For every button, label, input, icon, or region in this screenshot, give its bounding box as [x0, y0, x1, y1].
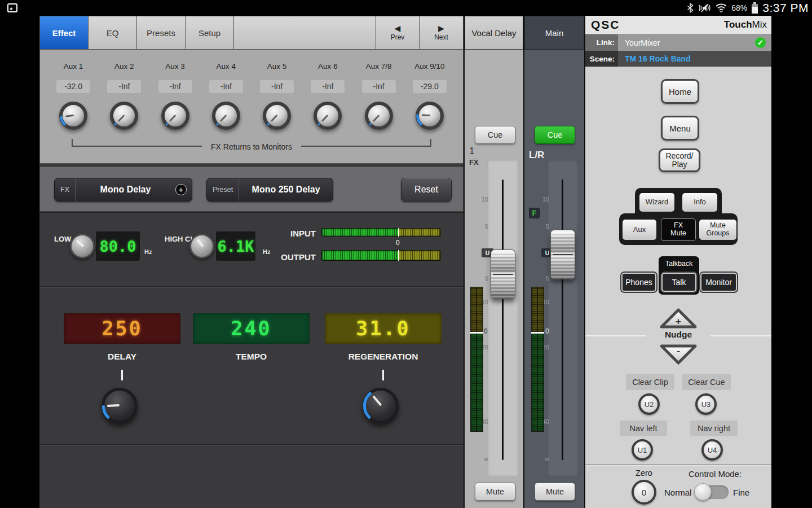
aux-sends-panel: Aux 1 -32.0 Aux 2 -Inf Aux 3 -Inf [39, 50, 464, 164]
zero-button[interactable]: 0 [632, 480, 656, 505]
user-button-u4[interactable]: U4 [701, 439, 723, 461]
fader-flag-badge: F [529, 208, 540, 218]
aux-send-knob[interactable] [416, 102, 444, 130]
high-cut-display: 6.1K [216, 231, 255, 261]
aux-label: Aux 1 [48, 62, 99, 71]
tab-bar-spacer [234, 16, 376, 49]
reset-button[interactable]: Reset [401, 178, 452, 202]
user-button-u2[interactable]: U2 [638, 393, 660, 415]
scene-value[interactable]: TM 16 Rock Band [625, 54, 691, 63]
prev-arrow-icon: ◀ [395, 24, 401, 32]
tab-presets[interactable]: Presets [137, 16, 186, 49]
fx-mute-button[interactable]: Mute [475, 483, 515, 501]
fx-level-meter [470, 287, 483, 432]
aux-send-knob[interactable] [161, 102, 189, 130]
android-status-bar: 68% 3:37 PM [0, 0, 812, 16]
aux-send-knob[interactable] [365, 102, 393, 130]
input-meter [321, 228, 441, 237]
tab-eq[interactable]: EQ [89, 16, 137, 49]
talk-button[interactable]: Talk [661, 273, 696, 292]
prev-button[interactable]: ◀ Prev [376, 16, 420, 49]
aux-send-knob[interactable] [59, 102, 87, 130]
aux-send-knob[interactable] [110, 102, 138, 130]
nudge-label: Nudge [585, 330, 771, 340]
tempo-display: 240 [193, 313, 310, 344]
aux-value[interactable]: -Inf [311, 80, 345, 93]
control-panel: QSC TouchMix Link: YourMixer ✓ Scene: TM… [585, 16, 771, 508]
aux-value[interactable]: -Inf [209, 80, 243, 93]
aux-value[interactable]: -Inf [362, 80, 396, 93]
aux-button[interactable]: Aux [623, 220, 656, 240]
tab-setup[interactable]: Setup [186, 16, 234, 49]
regeneration-knob[interactable] [363, 388, 399, 424]
output-meter-label: OUTPUT [276, 252, 316, 262]
user-button-u1[interactable]: U1 [632, 439, 653, 461]
nav-right-button[interactable]: Nav right [690, 421, 738, 436]
delay-knob[interactable] [102, 388, 138, 424]
scale-mark: 5 [536, 223, 549, 230]
home-button[interactable]: Home [661, 79, 699, 104]
regeneration-display: 31.0 [325, 313, 442, 344]
bluetooth-icon [687, 3, 694, 13]
phones-button[interactable]: Phones [621, 273, 656, 292]
tab-effect[interactable]: Effect [40, 16, 89, 49]
touchmix-app: 68% 3:37 PM Effect EQ Presets Setup ◀ Pr… [0, 0, 812, 508]
nudge-down-button[interactable]: - [659, 343, 698, 366]
effect-panel: Effect EQ Presets Setup ◀ Prev ▶ Next Au… [39, 16, 464, 508]
next-button[interactable]: ▶ Next [420, 16, 463, 49]
scale-mark: 10 [475, 196, 488, 203]
wifi-icon [715, 3, 727, 13]
clear-clip-button[interactable]: Clear Clip [626, 374, 674, 390]
low-cut-knob[interactable] [70, 234, 95, 259]
aux-value[interactable]: -29.0 [413, 80, 447, 93]
main-mute-button[interactable]: Mute [535, 483, 575, 501]
brand-bar: QSC TouchMix [585, 16, 771, 34]
mute-groups-button[interactable]: MuteGroups [699, 220, 736, 240]
link-ok-icon: ✓ [755, 37, 766, 48]
high-cut-knob[interactable] [189, 234, 214, 259]
clear-cue-button[interactable]: Clear Cue [682, 374, 731, 390]
fx-strip-header[interactable]: Vocal Delay [465, 16, 523, 50]
regeneration-label: REGENERATION [325, 352, 442, 362]
fx-return-strip: Vocal Delay Cue 1 FX 10 5 U 5 10 20 40 ∞… [464, 16, 524, 508]
aux-value[interactable]: -Inf [107, 80, 141, 93]
fx-add-icon[interactable]: + [175, 184, 187, 195]
aux-value[interactable]: -Inf [158, 80, 192, 93]
aux-send-knob[interactable] [314, 102, 342, 130]
divider [39, 444, 464, 445]
aux-label: Aux 9/10 [404, 62, 455, 71]
meter-zero-label: 0 [545, 327, 549, 335]
main-cue-button[interactable]: Cue [535, 126, 575, 144]
fx-type-combo[interactable]: FX Mono Delay + [54, 178, 192, 202]
nudge-up-button[interactable]: + [659, 307, 698, 330]
fx-mute-button-panel[interactable]: FXMute [661, 218, 696, 241]
nav-left-button[interactable]: Nav left [620, 421, 667, 436]
divider [39, 286, 464, 287]
monitor-button[interactable]: Monitor [700, 273, 737, 292]
fx-cue-button[interactable]: Cue [475, 126, 515, 144]
control-mode-toggle[interactable] [696, 485, 729, 499]
main-fader-handle[interactable] [550, 230, 575, 279]
aux-label: Aux 6 [302, 62, 353, 71]
battery-percent: 68% [731, 3, 747, 12]
fx-preset-combo[interactable]: Preset Mono 250 Delay [206, 178, 333, 202]
fx-combo-label: FX [55, 178, 76, 201]
scene-row: Scene: TM 16 Rock Band [585, 51, 771, 67]
toggle-knob[interactable] [694, 483, 712, 501]
aux-value[interactable]: -32.0 [56, 80, 90, 93]
aux-send-knob[interactable] [212, 102, 240, 130]
user-button-u3[interactable]: U3 [695, 393, 717, 415]
link-value[interactable]: YourMixer [625, 38, 660, 47]
preset-combo-label: Preset [207, 178, 239, 201]
preset-value: Mono 250 Delay [239, 185, 333, 195]
low-cut-display: 80.0 [96, 231, 140, 261]
fx-fader-handle[interactable] [491, 249, 515, 299]
info-button[interactable]: Info [682, 193, 717, 212]
record-play-button[interactable]: Record/Play [659, 148, 700, 172]
aux-value[interactable]: -Inf [260, 80, 294, 93]
control-mode-fine-label: Fine [733, 488, 749, 497]
menu-button[interactable]: Menu [661, 116, 699, 141]
wizard-button[interactable]: Wizard [639, 193, 674, 212]
main-strip-header[interactable]: Main [524, 16, 584, 50]
aux-send-knob[interactable] [263, 102, 291, 130]
